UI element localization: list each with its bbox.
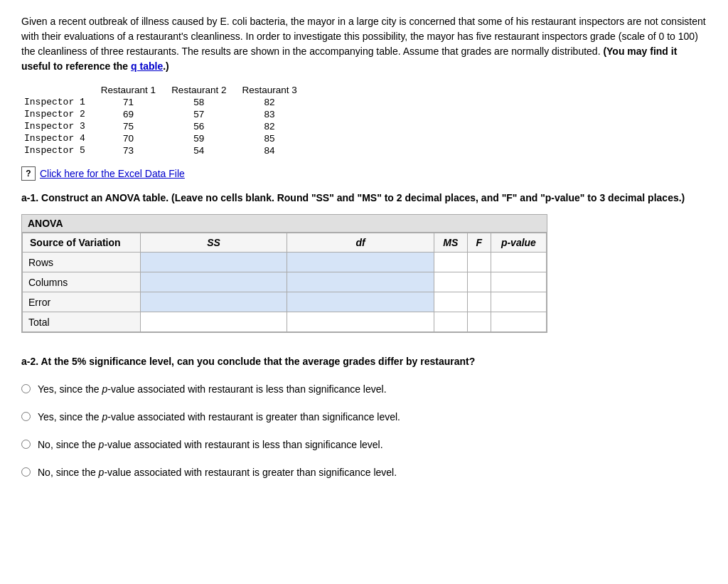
radio-opt2[interactable] [21,412,31,421]
anova-title: ANOVA [22,215,547,233]
anova-label-rows: Rows [23,253,141,272]
anova-row-total: Total [23,312,547,332]
anova-label-total: Total [23,312,141,332]
anova-header-df: df [287,233,434,253]
intro-paragraph: Given a recent outbreak of illness cause… [21,14,707,74]
radio-label-2: Yes, since the p-value associated with r… [38,410,400,425]
anova-pvalue-columns [491,272,546,292]
anova-ss-total [140,312,287,332]
radio-option-1: Yes, since the p-value associated with r… [21,382,707,397]
excel-link-row: ? Click here for the Excel Data File [21,166,707,181]
question-icon: ? [21,166,36,181]
data-table: Restaurant 1 Restaurant 2 Restaurant 3 I… [21,84,310,156]
anova-ss-columns[interactable] [140,272,287,292]
anova-ss-error-input[interactable] [146,297,282,308]
anova-container: ANOVA Source of Variation SS df MS F p-v… [21,214,547,333]
radio-opt1[interactable] [21,384,31,393]
radio-opt3[interactable] [21,440,31,449]
anova-df-total [287,312,434,332]
anova-header-ss: SS [140,233,287,253]
anova-ms-columns [434,272,467,292]
radio-option-3: No, since the p-value associated with re… [21,437,707,452]
anova-df-rows-input[interactable] [293,258,428,268]
radio-label-4: No, since the p-value associated with re… [38,465,397,480]
anova-f-total [467,312,491,332]
radio-label-1: Yes, since the p-value associated with r… [38,382,387,397]
table-row: Inspector 2 69 57 83 [21,108,310,120]
anova-df-columns-input[interactable] [293,277,428,288]
anova-ms-rows [434,253,467,272]
anova-row-rows: Rows [23,253,547,272]
anova-label-error: Error [23,292,141,312]
anova-header-ms: MS [434,233,467,253]
anova-header-f: F [467,233,491,253]
anova-header-source: Source of Variation [23,233,141,253]
anova-df-columns[interactable] [287,272,434,292]
anova-df-rows[interactable] [287,253,434,272]
section-a2-title: a-2. At the 5% significance level, can y… [21,354,707,369]
anova-ss-columns-input[interactable] [146,277,282,288]
anova-df-error[interactable] [287,292,434,312]
anova-ss-rows-input[interactable] [146,258,282,268]
radio-label-3: No, since the p-value associated with re… [38,437,383,452]
radio-option-2: Yes, since the p-value associated with r… [21,410,707,425]
radio-option-4: No, since the p-value associated with re… [21,465,707,480]
col-header-r3: Restaurant 3 [239,84,309,96]
anova-row-columns: Columns [23,272,547,292]
anova-label-columns: Columns [23,272,141,292]
excel-data-file-link[interactable]: Click here for the Excel Data File [40,168,185,179]
anova-row-error: Error [23,292,547,312]
col-header-r1: Restaurant 1 [98,84,168,96]
table-row: Inspector 5 73 54 84 [21,144,310,156]
section-a1-title: a-1. Construct an ANOVA table. (Leave no… [21,191,707,206]
anova-f-rows [467,253,491,272]
anova-pvalue-rows [491,253,546,272]
table-row: Inspector 3 75 56 82 [21,120,310,132]
table-row: Inspector 1 71 58 82 [21,96,310,108]
anova-ms-total [434,312,467,332]
anova-header-pvalue: p-value [491,233,546,253]
anova-f-columns [467,272,491,292]
col-header-r2: Restaurant 2 [168,84,239,96]
table-row: Inspector 4 70 59 85 [21,132,310,144]
anova-table: Source of Variation SS df MS F p-value R… [22,233,547,332]
anova-f-error [467,292,491,312]
q-table-link[interactable]: q table [131,60,163,72]
anova-ss-error[interactable] [140,292,287,312]
anova-ss-rows[interactable] [140,253,287,272]
anova-pvalue-error [491,292,546,312]
anova-pvalue-total [491,312,546,332]
anova-ms-error [434,292,467,312]
anova-df-error-input[interactable] [293,297,428,308]
section-a2: a-2. At the 5% significance level, can y… [21,354,707,480]
radio-opt4[interactable] [21,467,31,477]
